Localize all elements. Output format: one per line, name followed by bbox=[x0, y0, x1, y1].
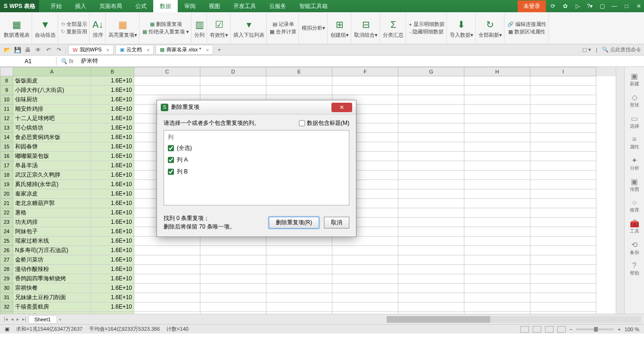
dialog-cancel-button[interactable]: 取消 bbox=[324, 217, 349, 229]
cell[interactable]: 1.6E+10 bbox=[91, 218, 134, 227]
cell[interactable]: 1.6E+10 bbox=[91, 312, 134, 314]
help-icon[interactable]: ?▾ bbox=[585, 1, 595, 11]
cell[interactable]: 1.6E+10 bbox=[91, 208, 134, 218]
row-header[interactable]: 16 bbox=[0, 152, 13, 161]
row-header[interactable]: 33 bbox=[0, 312, 13, 314]
row-header[interactable]: 15 bbox=[0, 142, 13, 152]
undo-icon[interactable]: ↶ bbox=[44, 46, 53, 54]
pivot-table-button[interactable]: ▦数据透视表 bbox=[2, 13, 32, 43]
zoom-out-button[interactable]: − bbox=[570, 327, 572, 332]
cell[interactable]: 秦家凉皮 bbox=[13, 189, 91, 199]
sync-icon[interactable]: ⟳ bbox=[548, 1, 558, 11]
sheet-nav-last[interactable]: ▸| bbox=[21, 316, 27, 322]
minimize-button[interactable]: — bbox=[609, 1, 619, 11]
zoom-in-button[interactable]: + bbox=[618, 327, 620, 332]
cell[interactable]: 1.6E+10 bbox=[91, 76, 134, 86]
cell[interactable]: 1.6E+10 bbox=[91, 274, 134, 284]
col-header-I[interactable]: I bbox=[530, 67, 596, 76]
cell[interactable]: 1.6E+10 bbox=[91, 293, 134, 302]
col-header-H[interactable]: H bbox=[464, 67, 530, 76]
menu-tab-5[interactable]: 审阅 bbox=[178, 0, 202, 12]
menu-tab-0[interactable]: 开始 bbox=[44, 0, 68, 12]
sort-button[interactable]: A↓排序 bbox=[91, 13, 106, 43]
row-header[interactable]: 27 bbox=[0, 255, 13, 265]
dup-options[interactable]: ▦删除重复项 ▦拒绝录入重复项▾ bbox=[140, 13, 191, 43]
cell[interactable]: 单县羊汤 bbox=[13, 161, 91, 171]
side-analyze[interactable]: ✦分析 bbox=[625, 154, 644, 173]
row-header[interactable]: 24 bbox=[0, 227, 13, 237]
table-row[interactable]: 9小蹄大作(八大街店)1.6E+10 bbox=[0, 86, 616, 95]
table-row[interactable]: 8饭饭面皮1.6E+10 bbox=[0, 76, 616, 86]
cell[interactable]: 和园春饼 bbox=[13, 142, 91, 152]
row-header[interactable]: 8 bbox=[0, 76, 13, 86]
print-icon[interactable]: 🖶 bbox=[24, 46, 32, 54]
side-select[interactable]: ▭选择 bbox=[625, 112, 644, 131]
cell[interactable]: 金桥川菜坊 bbox=[13, 255, 91, 265]
sheet-nav-first[interactable]: |◂ bbox=[3, 316, 9, 322]
row-header[interactable]: 18 bbox=[0, 171, 13, 180]
side-pic[interactable]: ▣传图 bbox=[625, 175, 644, 195]
side-help[interactable]: ?帮助 bbox=[625, 260, 644, 278]
cell[interactable]: 瑶家过桥米线 bbox=[13, 237, 91, 246]
cell[interactable]: 1.6E+10 bbox=[91, 265, 134, 274]
menu-tab-3[interactable]: 公式 bbox=[129, 0, 153, 12]
cell[interactable]: 可心烘焙坊 bbox=[13, 123, 91, 133]
cell[interactable]: 嘟嘟紫菜包饭 bbox=[13, 152, 91, 161]
row-header[interactable]: 10 bbox=[0, 95, 13, 105]
cell[interactable]: 1.6E+10 bbox=[91, 142, 134, 152]
form-options[interactable]: ▤记录单 ▦合并计算 bbox=[268, 13, 299, 43]
restore-icon[interactable]: ▢ bbox=[597, 1, 607, 11]
table-row[interactable]: 30宗祺快餐1.6E+10 bbox=[0, 284, 616, 293]
side-prop[interactable]: ≡属性 bbox=[625, 133, 644, 152]
table-row[interactable]: 29香鸽园四季海鲜烧烤1.6E+10 bbox=[0, 274, 616, 284]
preview-icon[interactable]: 👁 bbox=[34, 46, 42, 54]
row-header[interactable]: 11 bbox=[0, 105, 13, 114]
login-button[interactable]: 未登录 bbox=[518, 0, 546, 12]
col-header-F[interactable]: F bbox=[332, 67, 398, 76]
cell[interactable]: 1.6E+10 bbox=[91, 227, 134, 237]
cell[interactable]: 1.6E+10 bbox=[91, 123, 134, 133]
cell[interactable]: 1.6E+10 bbox=[91, 246, 134, 255]
row-header[interactable]: 28 bbox=[0, 265, 13, 274]
cell[interactable]: 薯格 bbox=[13, 208, 91, 218]
side-new[interactable]: ▣新建 bbox=[625, 70, 644, 89]
cell[interactable]: 1.6E+10 bbox=[91, 152, 134, 161]
row-header[interactable]: 20 bbox=[0, 189, 13, 199]
simulate-button[interactable]: 模拟分析▾ bbox=[300, 13, 328, 43]
cell[interactable]: 1.6E+10 bbox=[91, 161, 134, 171]
view-reading-button[interactable] bbox=[557, 326, 566, 333]
row-header[interactable]: 14 bbox=[0, 133, 13, 142]
tab-list-icon[interactable]: ▢ ▾ bbox=[582, 47, 591, 53]
cell[interactable]: 老北京糖葫芦郭 bbox=[13, 199, 91, 208]
dialog-titlebar[interactable]: S 删除重复项 ✕ bbox=[157, 100, 356, 114]
cell[interactable]: 食必思黄焖鸡米饭 bbox=[13, 133, 91, 142]
view-split-button[interactable] bbox=[545, 326, 553, 333]
col-header-D[interactable]: D bbox=[200, 67, 266, 76]
cell[interactable]: 1.6E+10 bbox=[91, 133, 134, 142]
menu-tab-1[interactable]: 插入 bbox=[68, 0, 93, 12]
row-header[interactable]: 19 bbox=[0, 180, 13, 189]
group-button[interactable]: ⊞创建组▾ bbox=[329, 13, 351, 43]
zoom-value[interactable]: 100 % bbox=[625, 327, 639, 332]
validity-button[interactable]: ☑有效性▾ bbox=[208, 13, 231, 43]
filter-options[interactable]: ⟲全部显示 ↻重新应用 bbox=[59, 13, 90, 43]
fx-icon[interactable]: 🔍 fx bbox=[57, 58, 77, 65]
row-header[interactable]: 21 bbox=[0, 199, 13, 208]
link-options[interactable]: 🔗编辑连接属性 ▦数据区域属性 bbox=[505, 13, 549, 43]
menu-tab-6[interactable]: 视图 bbox=[202, 0, 227, 12]
view-page-button[interactable] bbox=[533, 326, 541, 333]
save-icon[interactable]: 💾 bbox=[13, 46, 22, 54]
side-backup[interactable]: ⟲备份 bbox=[625, 238, 644, 258]
row-header[interactable]: 9 bbox=[0, 86, 13, 95]
menu-tab-9[interactable]: 智能工具箱 bbox=[293, 0, 334, 12]
horizontal-scrollbar[interactable] bbox=[387, 316, 641, 323]
row-header[interactable]: 12 bbox=[0, 114, 13, 123]
cell[interactable]: 1.6E+10 bbox=[91, 180, 134, 189]
redo-icon[interactable]: ↷ bbox=[55, 46, 63, 54]
dialog-close-button[interactable]: ✕ bbox=[331, 103, 352, 112]
cell[interactable]: 1.6E+10 bbox=[91, 105, 134, 114]
cell[interactable]: 漫动作酸辣粉 bbox=[13, 265, 91, 274]
import-button[interactable]: ⬇导入数据▾ bbox=[448, 13, 476, 43]
table-row[interactable]: 27金桥川菜坊1.6E+10 bbox=[0, 255, 616, 265]
table-row[interactable]: 25瑶家过桥米线1.6E+10 bbox=[0, 237, 616, 246]
